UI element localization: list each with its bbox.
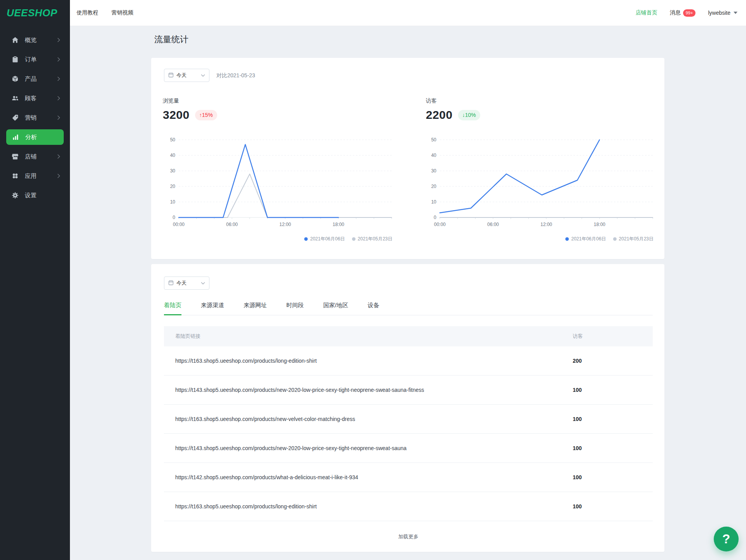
detail-date-range-select[interactable]: 今天 [164,277,209,290]
table-header-url: 着陆页链接 [164,333,573,340]
load-more-button[interactable]: 加载更多 [164,521,653,552]
landing-page-url: https://t143.shop5.ueeshop.com/products/… [164,387,573,393]
topbar-link-tutorial[interactable]: 使用教程 [77,9,98,16]
chevron-right-icon [57,154,60,159]
svg-text:30: 30 [170,168,176,174]
chevron-down-icon [201,282,205,285]
svg-text:00:00: 00:00 [434,222,446,227]
legend-item: 2021年05月23日 [352,236,392,242]
svg-text:12:00: 12:00 [279,222,291,227]
page-title: 流量统计 [154,34,188,45]
orders-icon [12,56,19,63]
chevron-right-icon [57,96,60,101]
sidebar-item-label: 应用 [25,172,37,180]
visitor-count: 100 [573,445,653,451]
legend-item: 2021年05月23日 [613,236,654,242]
main-content: 流量统计 今天 对比2021-05-23 浏览量 3200 ↑15% [70,26,746,560]
table-row: https://t143.shop5.ueeshop.com/products/… [164,376,653,405]
sidebar-item-label: 营销 [25,114,37,122]
svg-text:0: 0 [173,215,175,220]
calendar-icon [168,72,174,79]
svg-text:40: 40 [170,153,176,158]
svg-text:18:00: 18:00 [333,222,344,227]
table-header-visitors: 访客 [573,333,653,340]
tab-time-period[interactable]: 时间段 [286,302,304,315]
sidebar-item-apps[interactable]: 应用 [0,166,70,186]
settings-icon [12,192,19,199]
calendar-icon [168,280,174,287]
visitor-count: 100 [573,503,653,510]
stat-pageviews-label: 浏览量 [163,97,217,104]
sidebar-item-label: 设置 [25,192,37,199]
svg-text:12:00: 12:00 [540,222,552,227]
help-button[interactable]: ? [714,527,739,551]
brand-logo[interactable]: UEESHOP [0,0,70,26]
svg-text:20: 20 [431,184,437,189]
topbar-link-marketing-videos[interactable]: 营销视频 [112,9,133,16]
sidebar-item-store[interactable]: 店铺 [0,147,70,166]
visitor-count: 100 [573,387,653,393]
messages-link[interactable]: 消息 99+ [670,9,696,17]
table-row: https://t163.shop5.ueeshop.com/products/… [164,492,653,521]
table-row: https://t143.shop5.ueeshop.com/products/… [164,434,653,463]
stat-pageviews: 浏览量 3200 ↑15% [163,97,217,122]
legend-dot-icon [613,237,617,241]
stat-visitors-delta-badge: ↓10% [458,110,480,120]
store-home-link[interactable]: 店铺首页 [636,9,657,16]
visitor-count: 200 [573,358,653,364]
sidebar-item-label: 店铺 [25,153,37,160]
sidebar-item-marketing[interactable]: 营销 [0,108,70,127]
sidebar-item-label: 顾客 [25,95,37,102]
visitor-count: 100 [573,416,653,422]
landing-page-url: https://t163.shop5.ueeshop.com/products/… [164,358,573,364]
svg-text:06:00: 06:00 [226,222,238,227]
svg-text:50: 50 [170,137,176,143]
detail-date-range-value: 今天 [176,280,186,287]
username: lywebsite [708,10,730,16]
table-header-row: 着陆页链接 访客 [164,326,653,346]
date-range-select[interactable]: 今天 [164,69,209,82]
sidebar-item-customers[interactable]: 顾客 [0,89,70,108]
topbar-links: 使用教程营销视频 [77,9,133,16]
legend-item: 2021年06月06日 [304,236,345,242]
topbar: 使用教程营销视频 店铺首页 消息 99+ lywebsite [70,0,746,26]
chevron-right-icon [57,174,60,178]
tab-landing-page[interactable]: 着陆页 [164,302,181,315]
apps-icon [12,172,19,179]
store-icon [12,153,19,160]
topbar-right: 店铺首页 消息 99+ lywebsite [636,9,737,17]
chevron-down-icon [734,12,737,14]
svg-text:10: 10 [170,199,176,205]
landing-page-url: https://t142.shop5.ueeshop.com/products/… [164,474,573,480]
svg-text:50: 50 [431,137,437,143]
stat-pageviews-value: 3200 [163,108,190,122]
user-menu[interactable]: lywebsite [708,10,737,16]
tab-country-region[interactable]: 国家/地区 [323,302,348,315]
chevron-right-icon [57,57,60,62]
sidebar-item-label: 概览 [25,37,37,44]
tab-device[interactable]: 设备 [368,302,379,315]
table-body: https://t163.shop5.ueeshop.com/products/… [164,346,653,521]
legend-dot-icon [565,237,569,241]
sidebar-item-products[interactable]: 产品 [0,69,70,89]
stat-visitors-label: 访客 [426,97,480,104]
sidebar-item-analytics[interactable]: 分析 [6,129,64,145]
stat-pageviews-delta-badge: ↑15% [195,110,217,120]
sidebar-item-overview[interactable]: 概览 [0,30,70,50]
chevron-right-icon [57,38,60,42]
svg-text:00:00: 00:00 [173,222,185,227]
stat-visitors: 访客 2200 ↓10% [426,97,480,122]
date-range-value: 今天 [176,72,186,79]
tab-source-channel[interactable]: 来源渠道 [201,302,224,315]
sidebar-item-settings[interactable]: 设置 [0,186,70,205]
tab-source-url[interactable]: 来源网址 [244,302,267,315]
sidebar-item-orders[interactable]: 订单 [0,50,70,69]
chevron-right-icon [57,115,60,120]
landing-page-url: https://t143.shop5.ueeshop.com/products/… [164,445,573,451]
svg-text:18:00: 18:00 [594,222,605,227]
legend-dot-icon [352,237,356,241]
compare-date-label: 对比2021-05-23 [216,69,255,82]
chevron-right-icon [57,77,60,81]
pageviews-chart-legend: 2021年06月06日2021年05月23日 [167,236,392,242]
landing-page-table: 着陆页链接 访客 https://t163.shop5.ueeshop.com/… [164,326,653,521]
